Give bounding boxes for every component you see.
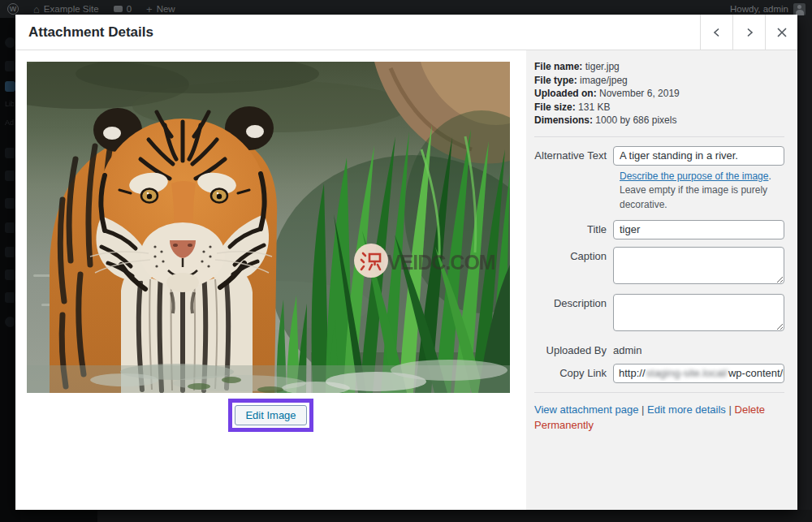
attachment-actions: View attachment page | Edit more details…	[534, 402, 784, 434]
edit-image-button[interactable]: Edit Image	[235, 405, 306, 425]
settings-icon	[5, 292, 15, 303]
copy-link-field[interactable]: http://staging-site.local/wp-content/u	[613, 364, 784, 383]
copy-link-suffix: wp-content/u	[728, 367, 784, 379]
comments-menu-icon	[5, 170, 15, 181]
uploaded-by-row: Uploaded By admin	[534, 341, 784, 356]
overlay-backdrop-right	[797, 18, 812, 522]
collapse-menu-icon	[5, 317, 15, 327]
file-type-row: File type: image/jpeg	[534, 74, 784, 88]
home-icon: ⌂	[33, 4, 40, 15]
alt-text-help: Describe the purpose of the image. Leave…	[620, 170, 784, 212]
description-row: Description	[534, 294, 784, 334]
close-modal-button[interactable]	[765, 15, 797, 50]
comments-count: 0	[127, 4, 132, 14]
alt-text-label: Alternative Text	[534, 146, 613, 162]
file-name-row: File name: tiger.jpg	[534, 60, 784, 74]
description-label: Description	[534, 294, 613, 309]
plugins-icon	[5, 222, 15, 233]
users-icon	[5, 247, 15, 257]
overlay-backdrop-bottom	[97, 510, 812, 522]
chevron-right-icon	[743, 26, 756, 39]
copy-link-row: Copy Link http://staging-site.local/wp-c…	[534, 364, 784, 383]
media-add-label: Ad	[5, 119, 14, 127]
site-name-label: Example Site	[44, 4, 99, 14]
tiger-photo: VEIDC.COM	[27, 62, 510, 393]
uploaded-by-value: admin	[613, 341, 784, 356]
plus-icon: +	[146, 4, 153, 15]
attachment-details-modal: Attachment Details	[15, 15, 797, 510]
copy-link-prefix: http://	[619, 367, 646, 379]
media-library-label: Lib	[5, 100, 15, 108]
howdy-label: Howdy, admin	[730, 4, 788, 14]
alt-text-row: Alternative Text	[534, 146, 784, 166]
edit-image-highlight-annotation: Edit Image	[228, 399, 313, 432]
appearance-icon	[5, 198, 15, 209]
modal-header: Attachment Details	[15, 15, 797, 50]
divider	[534, 392, 784, 393]
previous-attachment-button[interactable]	[700, 15, 732, 50]
media-icon	[5, 81, 15, 92]
file-size-row: File size: 131 KB	[534, 101, 784, 114]
account-menu[interactable]: Howdy, admin	[730, 3, 812, 15]
caption-label: Caption	[534, 247, 613, 262]
attachment-details-sidebar: File name: tiger.jpg File type: image/jp…	[526, 50, 797, 510]
copy-link-label: Copy Link	[534, 364, 613, 379]
attachment-preview-pane: VEIDC.COM Edit Image	[15, 50, 526, 510]
edit-more-details-link[interactable]: Edit more details	[647, 403, 726, 416]
describe-purpose-link[interactable]: Describe the purpose of the image	[620, 170, 768, 182]
caption-textarea[interactable]	[613, 247, 784, 284]
uploaded-by-label: Uploaded By	[534, 341, 613, 356]
title-label: Title	[534, 220, 613, 235]
user-avatar	[793, 3, 806, 15]
file-meta-block: File name: tiger.jpg File type: image/jp…	[534, 60, 784, 127]
divider	[534, 136, 784, 137]
caption-row: Caption	[534, 247, 784, 287]
alt-text-input[interactable]	[613, 146, 784, 166]
tools-icon	[5, 270, 15, 280]
chevron-left-icon	[710, 26, 723, 39]
description-textarea[interactable]	[613, 294, 784, 331]
next-attachment-button[interactable]	[732, 15, 765, 50]
new-label: New	[157, 4, 175, 14]
svg-text:VEIDC.COM: VEIDC.COM	[387, 251, 495, 274]
dimensions-row: Dimensions: 1000 by 686 pixels	[534, 114, 784, 127]
copy-link-redacted: staging-site.local/	[646, 367, 728, 379]
uploaded-on-row: Uploaded on: November 6, 2019	[534, 87, 784, 101]
view-attachment-page-link[interactable]: View attachment page	[534, 403, 638, 416]
comments-icon	[114, 6, 123, 12]
title-input[interactable]	[613, 220, 784, 239]
dashboard-icon	[5, 37, 15, 48]
modal-title: Attachment Details	[15, 24, 700, 41]
wordpress-logo-icon: W	[7, 3, 19, 15]
posts-icon	[5, 61, 15, 71]
pages-icon	[5, 148, 15, 158]
close-icon	[776, 27, 788, 38]
title-row: Title	[534, 220, 784, 239]
